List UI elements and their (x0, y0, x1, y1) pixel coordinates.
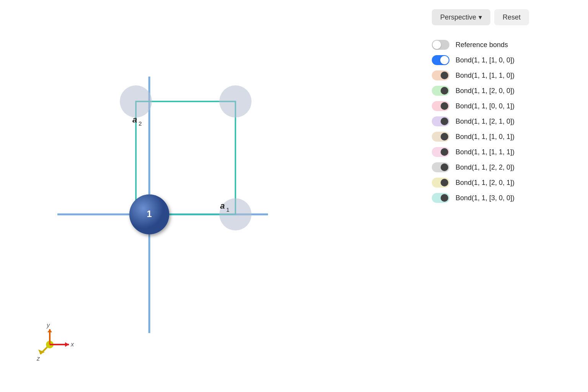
color-pill-bond-1220 (432, 162, 449, 172)
legend-item-bond-1300[interactable]: Bond(1, 1, [3, 0, 0]) (432, 191, 577, 205)
legend-item-bond-1200[interactable]: Bond(1, 1, [2, 0, 0]) (432, 83, 577, 98)
color-pill-bond-1200 (432, 86, 449, 96)
legend-item-bond-1111[interactable]: Bond(1, 1, [1, 1, 1]) (432, 145, 577, 159)
svg-point-5 (219, 85, 252, 118)
pill-dot-bond-1300 (441, 194, 448, 202)
a2-label: a (132, 115, 137, 124)
color-pill-bond-1201 (432, 178, 449, 188)
toggle-ref-bonds[interactable] (432, 40, 449, 50)
pill-dot-bond-1111 (441, 148, 448, 156)
perspective-label: Perspective (440, 13, 476, 21)
legend-item-bond-1100[interactable]: Bond(1, 1, [1, 0, 0]) (432, 53, 577, 67)
atom-label: 1 (147, 209, 152, 219)
legend-item-bond-1210[interactable]: Bond(1, 1, [2, 1, 0]) (432, 114, 577, 129)
pill-dot-bond-1110 (441, 72, 448, 79)
color-pill-bond-1111 (432, 147, 449, 157)
a1-subscript: 1 (226, 206, 229, 213)
a2-subscript: 2 (139, 120, 142, 127)
toolbar: Perspective ▾ Reset (432, 9, 577, 25)
pill-dot-bond-1200 (441, 87, 448, 95)
a1-label: a (220, 201, 225, 211)
legend-item-bond-1220[interactable]: Bond(1, 1, [2, 2, 0]) (432, 160, 577, 175)
right-panel: Perspective ▾ Reset Reference bondsBond(… (421, 0, 588, 392)
viewport[interactable]: 1 a 2 a 1 y x z (0, 0, 421, 392)
y-axis-label: y (46, 322, 50, 328)
color-pill-bond-1101 (432, 132, 449, 142)
legend-item-ref-bonds[interactable]: Reference bonds (432, 38, 577, 52)
pill-dot-bond-1001 (441, 102, 448, 110)
color-pill-bond-1300 (432, 193, 449, 203)
pill-dot-bond-1101 (441, 133, 448, 140)
legend-label-ref-bonds: Reference bonds (456, 41, 508, 49)
legend-label-bond-1111: Bond(1, 1, [1, 1, 1]) (456, 148, 514, 156)
reset-label: Reset (503, 13, 521, 21)
color-pill-bond-1001 (432, 101, 449, 111)
perspective-chevron: ▾ (479, 13, 482, 21)
x-axis-label: x (70, 341, 74, 348)
pill-dot-bond-1201 (441, 179, 448, 186)
legend-label-bond-1300: Bond(1, 1, [3, 0, 0]) (456, 194, 514, 202)
legend-label-bond-1101: Bond(1, 1, [1, 0, 1]) (456, 133, 514, 141)
svg-marker-13 (47, 329, 52, 332)
svg-marker-15 (65, 342, 69, 347)
z-axis-label: z (36, 355, 40, 362)
legend-label-bond-1201: Bond(1, 1, [2, 0, 1]) (456, 179, 514, 187)
legend-label-bond-1200: Bond(1, 1, [2, 0, 0]) (456, 87, 514, 95)
legend-item-bond-1101[interactable]: Bond(1, 1, [1, 0, 1]) (432, 129, 577, 144)
color-pill-bond-1210 (432, 116, 449, 126)
legend-label-bond-1001: Bond(1, 1, [0, 0, 1]) (456, 102, 514, 110)
legend-item-bond-1110[interactable]: Bond(1, 1, [1, 1, 0]) (432, 68, 577, 83)
legend-label-bond-1220: Bond(1, 1, [2, 2, 0]) (456, 163, 514, 172)
legend: Reference bondsBond(1, 1, [1, 0, 0])Bond… (432, 38, 577, 205)
color-pill-bond-1110 (432, 70, 449, 80)
legend-label-bond-1210: Bond(1, 1, [2, 1, 0]) (456, 118, 514, 126)
legend-item-bond-1001[interactable]: Bond(1, 1, [0, 0, 1]) (432, 99, 577, 113)
pill-dot-bond-1220 (441, 163, 448, 171)
reset-button[interactable]: Reset (494, 9, 529, 25)
pill-dot-bond-1210 (441, 118, 448, 125)
legend-label-bond-1100: Bond(1, 1, [1, 0, 0]) (456, 56, 514, 64)
perspective-button[interactable]: Perspective ▾ (432, 9, 490, 25)
toggle-bond-1100[interactable] (432, 55, 449, 65)
svg-point-4 (120, 85, 152, 118)
legend-label-bond-1110: Bond(1, 1, [1, 1, 0]) (456, 72, 514, 80)
legend-item-bond-1201[interactable]: Bond(1, 1, [2, 0, 1]) (432, 175, 577, 190)
